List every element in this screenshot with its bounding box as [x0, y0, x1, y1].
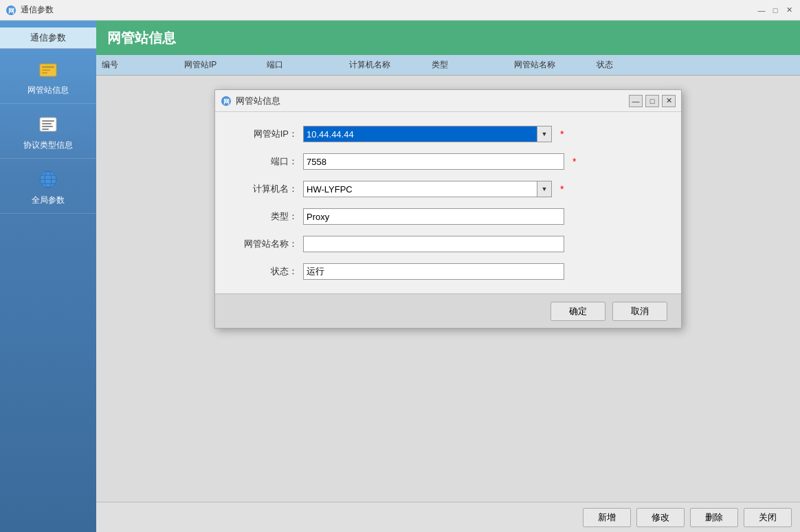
- type-label: 类型：: [236, 210, 298, 223]
- modal-icon: 网: [221, 96, 232, 107]
- svg-rect-3: [42, 66, 54, 68]
- port-required: *: [573, 156, 576, 167]
- content-title: 网管站信息: [107, 29, 176, 47]
- bottom-toolbar: 新增 修改 删除 关闭: [96, 502, 800, 532]
- add-button[interactable]: 新增: [583, 508, 631, 527]
- modal-minimize-button[interactable]: —: [629, 95, 643, 107]
- nms-ip-combo: ▼: [303, 126, 552, 142]
- svg-text:网: 网: [223, 98, 230, 105]
- nms-name-input[interactable]: [303, 236, 564, 252]
- nms-ip-required: *: [560, 129, 564, 140]
- modal-overlay: 网 网管站信息 — □ ✕ 网管: [96, 76, 800, 502]
- main-title: 通信参数: [21, 4, 54, 16]
- close-all-button[interactable]: 关闭: [744, 508, 792, 527]
- port-label: 端口：: [236, 155, 298, 168]
- sidebar-label-global: 全局参数: [32, 195, 65, 206]
- form-row-nms-name: 网管站名称：: [236, 236, 660, 252]
- main-titlebar: 网 通信参数 — □ ✕: [0, 0, 800, 21]
- delete-button[interactable]: 删除: [690, 508, 738, 527]
- modal-titlebar: 网 网管站信息 — □ ✕: [215, 90, 681, 112]
- col-header-port: 端口: [267, 59, 308, 71]
- modal-title: 网管站信息: [236, 95, 280, 107]
- modal-close-button[interactable]: ✕: [662, 95, 676, 107]
- svg-rect-7: [42, 120, 54, 122]
- form-row-type: 类型：: [236, 208, 660, 225]
- svg-text:网: 网: [8, 8, 14, 14]
- svg-rect-4: [42, 69, 50, 71]
- sidebar-label-nms: 网管站信息: [27, 85, 69, 96]
- modal-footer: 确定 取消: [215, 293, 681, 328]
- protocol-icon: [36, 112, 60, 137]
- nms-ip-input[interactable]: [303, 126, 537, 142]
- form-row-nms-ip: 网管站IP： ▼ *: [236, 126, 660, 142]
- minimize-button[interactable]: —: [756, 5, 767, 16]
- computer-name-input[interactable]: [303, 181, 537, 197]
- svg-rect-5: [42, 72, 47, 74]
- table-header-row: 编号 网管站IP 端口 计算机名称 类型 网管站名称 状态: [96, 55, 800, 76]
- port-input[interactable]: [303, 153, 564, 170]
- edit-button[interactable]: 修改: [636, 508, 685, 527]
- app-icon: 网: [5, 5, 16, 16]
- form-row-computer-name: 计算机名： ▼ *: [236, 181, 660, 197]
- type-input[interactable]: [303, 208, 564, 225]
- status-label: 状态：: [236, 265, 298, 278]
- maximize-button[interactable]: □: [770, 5, 781, 16]
- computer-name-required: *: [560, 184, 564, 195]
- nms-info-icon: [36, 57, 60, 82]
- sidebar-label-protocol: 协议类型信息: [23, 140, 73, 151]
- confirm-button[interactable]: 确定: [551, 302, 605, 321]
- nms-ip-dropdown-btn[interactable]: ▼: [537, 126, 552, 142]
- col-header-nms-name: 网管站名称: [514, 59, 555, 71]
- content-area: 网管站信息 编号 网管站IP 端口 计算机名称 类型 网管站名称 状态: [96, 21, 800, 532]
- col-header-computer: 计算机名称: [349, 59, 390, 71]
- svg-rect-9: [42, 126, 53, 127]
- content-body: 网 网管站信息 — □ ✕ 网管: [96, 76, 800, 502]
- global-icon: [36, 167, 60, 192]
- modal-body: 网管站IP： ▼ * 端口： *: [215, 112, 681, 293]
- sidebar-item-global[interactable]: 全局参数: [0, 159, 96, 214]
- sidebar-item-nms-info[interactable]: 网管站信息: [0, 49, 96, 104]
- modal-dialog: 网 网管站信息 — □ ✕ 网管: [214, 89, 682, 329]
- content-header: 网管站信息: [96, 21, 800, 55]
- form-row-status: 状态：: [236, 263, 660, 280]
- nms-ip-label: 网管站IP：: [236, 128, 298, 140]
- sidebar-tab-label: 通信参数: [0, 27, 96, 49]
- computer-name-label: 计算机名：: [236, 183, 298, 195]
- close-button[interactable]: ✕: [784, 5, 795, 16]
- svg-rect-10: [42, 129, 49, 130]
- sidebar-item-protocol[interactable]: 协议类型信息: [0, 104, 96, 159]
- nms-name-label: 网管站名称：: [236, 238, 298, 250]
- modal-maximize-button[interactable]: □: [645, 95, 659, 107]
- computer-name-dropdown-btn[interactable]: ▼: [537, 181, 552, 197]
- computer-name-combo: ▼: [303, 181, 552, 197]
- col-header-ip: 网管站IP: [184, 59, 225, 71]
- sidebar: 通信参数 网管站信息: [0, 21, 96, 532]
- svg-rect-8: [42, 123, 52, 124]
- col-header-status: 状态: [597, 59, 638, 71]
- col-header-number: 编号: [102, 59, 143, 71]
- cancel-button[interactable]: 取消: [612, 302, 667, 321]
- form-row-port: 端口： *: [236, 153, 660, 170]
- status-input[interactable]: [303, 263, 564, 280]
- col-header-type: 类型: [432, 59, 473, 71]
